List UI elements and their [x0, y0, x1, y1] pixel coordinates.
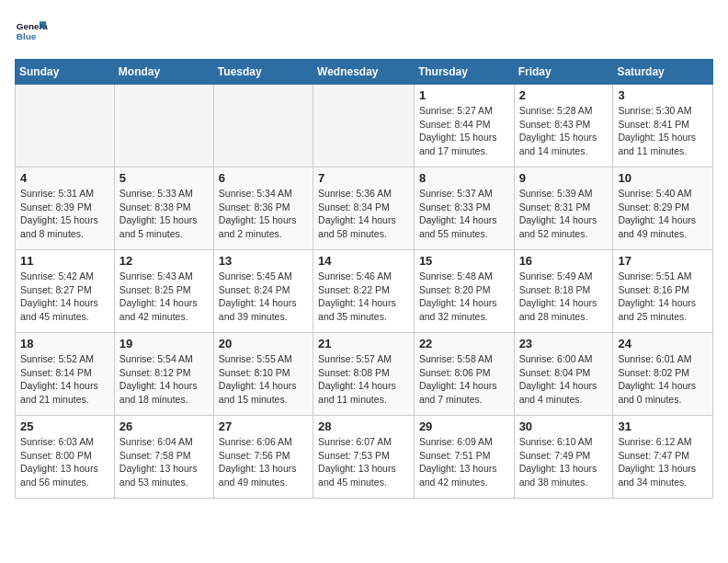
calendar-cell: 13Sunrise: 5:45 AMSunset: 8:24 PMDayligh…	[213, 250, 313, 333]
day-number: 21	[318, 337, 409, 350]
day-number: 12	[119, 254, 209, 268]
calendar-cell: 10Sunrise: 5:40 AMSunset: 8:29 PMDayligh…	[613, 167, 713, 250]
day-number: 27	[219, 419, 308, 433]
day-info: Sunrise: 5:49 AMSunset: 8:18 PMDaylight:…	[519, 270, 609, 324]
day-number: 26	[119, 419, 209, 433]
calendar-cell	[213, 85, 313, 167]
calendar-cell: 27Sunrise: 6:06 AMSunset: 7:56 PMDayligh…	[213, 416, 313, 499]
calendar-cell: 1Sunrise: 5:27 AMSunset: 8:44 PMDaylight…	[414, 85, 514, 167]
day-number: 23	[519, 337, 609, 350]
calendar-cell: 29Sunrise: 6:09 AMSunset: 7:51 PMDayligh…	[414, 416, 514, 499]
calendar-cell: 6Sunrise: 5:34 AMSunset: 8:36 PMDaylight…	[213, 167, 313, 250]
day-number: 15	[419, 254, 509, 268]
day-info: Sunrise: 5:57 AMSunset: 8:08 PMDaylight:…	[318, 352, 409, 407]
day-info: Sunrise: 5:48 AMSunset: 8:20 PMDaylight:…	[419, 270, 509, 324]
day-info: Sunrise: 5:36 AMSunset: 8:34 PMDaylight:…	[318, 187, 409, 241]
day-number: 13	[219, 254, 308, 268]
weekday-header-tuesday: Tuesday	[213, 60, 313, 85]
calendar-week-row: 25Sunrise: 6:03 AMSunset: 8:00 PMDayligh…	[16, 416, 713, 499]
calendar-week-row: 1Sunrise: 5:27 AMSunset: 8:44 PMDaylight…	[16, 85, 713, 167]
weekday-header-friday: Friday	[514, 60, 613, 85]
day-number: 20	[219, 337, 308, 350]
day-info: Sunrise: 5:27 AMSunset: 8:44 PMDaylight:…	[419, 104, 509, 158]
calendar-cell: 14Sunrise: 5:46 AMSunset: 8:22 PMDayligh…	[313, 250, 415, 333]
day-info: Sunrise: 5:58 AMSunset: 8:06 PMDaylight:…	[419, 352, 509, 407]
day-number: 29	[419, 419, 509, 433]
day-info: Sunrise: 5:43 AMSunset: 8:25 PMDaylight:…	[119, 270, 209, 324]
day-info: Sunrise: 5:30 AMSunset: 8:41 PMDaylight:…	[618, 104, 708, 158]
weekday-header-thursday: Thursday	[414, 60, 514, 85]
day-number: 17	[618, 254, 708, 268]
calendar-cell: 18Sunrise: 5:52 AMSunset: 8:14 PMDayligh…	[16, 333, 115, 416]
calendar-cell: 11Sunrise: 5:42 AMSunset: 8:27 PMDayligh…	[16, 250, 115, 333]
day-info: Sunrise: 6:04 AMSunset: 7:58 PMDaylight:…	[119, 435, 209, 489]
day-number: 22	[419, 337, 509, 350]
calendar-cell	[114, 85, 213, 167]
calendar-cell: 16Sunrise: 5:49 AMSunset: 8:18 PMDayligh…	[514, 250, 613, 333]
day-number: 3	[618, 88, 708, 102]
calendar-cell: 4Sunrise: 5:31 AMSunset: 8:39 PMDaylight…	[16, 167, 115, 250]
day-info: Sunrise: 6:09 AMSunset: 7:51 PMDaylight:…	[419, 435, 509, 489]
day-info: Sunrise: 6:03 AMSunset: 8:00 PMDaylight:…	[20, 435, 109, 489]
day-number: 16	[519, 254, 609, 268]
calendar-week-row: 18Sunrise: 5:52 AMSunset: 8:14 PMDayligh…	[16, 333, 713, 416]
day-info: Sunrise: 5:52 AMSunset: 8:14 PMDaylight:…	[20, 352, 109, 407]
day-info: Sunrise: 5:51 AMSunset: 8:16 PMDaylight:…	[618, 270, 708, 324]
weekday-header-monday: Monday	[114, 60, 213, 85]
day-info: Sunrise: 5:54 AMSunset: 8:12 PMDaylight:…	[119, 352, 209, 407]
day-info: Sunrise: 5:28 AMSunset: 8:43 PMDaylight:…	[519, 104, 609, 158]
weekday-header-wednesday: Wednesday	[313, 60, 415, 85]
day-number: 30	[519, 419, 609, 433]
day-info: Sunrise: 6:07 AMSunset: 7:53 PMDaylight:…	[318, 435, 409, 489]
calendar-cell: 7Sunrise: 5:36 AMSunset: 8:34 PMDaylight…	[313, 167, 415, 250]
day-info: Sunrise: 6:10 AMSunset: 7:49 PMDaylight:…	[519, 435, 609, 489]
calendar-cell: 9Sunrise: 5:39 AMSunset: 8:31 PMDaylight…	[514, 167, 613, 250]
calendar-cell: 24Sunrise: 6:01 AMSunset: 8:02 PMDayligh…	[613, 333, 713, 416]
day-number: 2	[519, 88, 609, 102]
day-number: 11	[20, 254, 109, 268]
day-number: 4	[20, 171, 109, 185]
svg-text:Blue: Blue	[17, 31, 37, 41]
calendar-cell: 30Sunrise: 6:10 AMSunset: 7:49 PMDayligh…	[514, 416, 613, 499]
day-info: Sunrise: 5:31 AMSunset: 8:39 PMDaylight:…	[20, 187, 109, 241]
day-number: 24	[618, 337, 708, 350]
calendar-cell: 12Sunrise: 5:43 AMSunset: 8:25 PMDayligh…	[114, 250, 213, 333]
calendar-cell: 20Sunrise: 5:55 AMSunset: 8:10 PMDayligh…	[213, 333, 313, 416]
header: General Blue	[15, 15, 713, 48]
day-info: Sunrise: 5:46 AMSunset: 8:22 PMDaylight:…	[318, 270, 409, 324]
day-info: Sunrise: 6:12 AMSunset: 7:47 PMDaylight:…	[618, 435, 708, 489]
weekday-header-row: SundayMondayTuesdayWednesdayThursdayFrid…	[16, 60, 713, 85]
calendar-cell	[313, 85, 415, 167]
day-number: 10	[618, 171, 708, 185]
day-info: Sunrise: 5:40 AMSunset: 8:29 PMDaylight:…	[618, 187, 708, 241]
calendar-cell: 23Sunrise: 6:00 AMSunset: 8:04 PMDayligh…	[514, 333, 613, 416]
weekday-header-saturday: Saturday	[613, 60, 713, 85]
calendar-cell	[16, 85, 115, 167]
calendar-cell: 22Sunrise: 5:58 AMSunset: 8:06 PMDayligh…	[414, 333, 514, 416]
calendar-cell: 19Sunrise: 5:54 AMSunset: 8:12 PMDayligh…	[114, 333, 213, 416]
day-number: 14	[318, 254, 409, 268]
calendar-cell: 15Sunrise: 5:48 AMSunset: 8:20 PMDayligh…	[414, 250, 514, 333]
day-number: 28	[318, 419, 409, 433]
calendar-week-row: 4Sunrise: 5:31 AMSunset: 8:39 PMDaylight…	[16, 167, 713, 250]
calendar: SundayMondayTuesdayWednesdayThursdayFrid…	[15, 59, 713, 499]
day-info: Sunrise: 6:01 AMSunset: 8:02 PMDaylight:…	[618, 352, 708, 407]
day-number: 8	[419, 171, 509, 185]
calendar-cell: 31Sunrise: 6:12 AMSunset: 7:47 PMDayligh…	[613, 416, 713, 499]
day-number: 6	[219, 171, 308, 185]
day-number: 9	[519, 171, 609, 185]
calendar-cell: 2Sunrise: 5:28 AMSunset: 8:43 PMDaylight…	[514, 85, 613, 167]
calendar-cell: 25Sunrise: 6:03 AMSunset: 8:00 PMDayligh…	[16, 416, 115, 499]
calendar-cell: 5Sunrise: 5:33 AMSunset: 8:38 PMDaylight…	[114, 167, 213, 250]
day-info: Sunrise: 5:34 AMSunset: 8:36 PMDaylight:…	[219, 187, 308, 241]
calendar-cell: 21Sunrise: 5:57 AMSunset: 8:08 PMDayligh…	[313, 333, 415, 416]
calendar-cell: 8Sunrise: 5:37 AMSunset: 8:33 PMDaylight…	[414, 167, 514, 250]
calendar-cell: 17Sunrise: 5:51 AMSunset: 8:16 PMDayligh…	[613, 250, 713, 333]
day-info: Sunrise: 6:00 AMSunset: 8:04 PMDaylight:…	[519, 352, 609, 407]
calendar-cell: 3Sunrise: 5:30 AMSunset: 8:41 PMDaylight…	[613, 85, 713, 167]
day-info: Sunrise: 5:42 AMSunset: 8:27 PMDaylight:…	[20, 270, 109, 324]
day-number: 18	[20, 337, 109, 350]
day-number: 25	[20, 419, 109, 433]
weekday-header-sunday: Sunday	[16, 60, 115, 85]
day-info: Sunrise: 5:37 AMSunset: 8:33 PMDaylight:…	[419, 187, 509, 241]
